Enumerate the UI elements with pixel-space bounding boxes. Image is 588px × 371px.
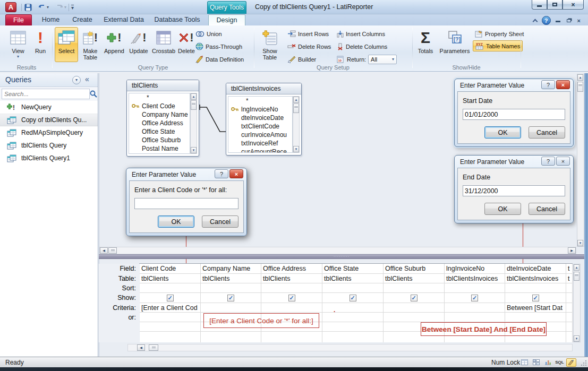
field-cell[interactable]: t — [566, 264, 572, 274]
parameter-dialog-client-code[interactable]: Enter Parameter Value ? × Enter a Client… — [126, 168, 247, 236]
parameter-input[interactable] — [463, 185, 565, 196]
undo-icon[interactable] — [38, 4, 46, 11]
field-cell[interactable]: lngInvoiceNo — [445, 264, 505, 274]
design-vscrollbar[interactable]: ▲ ▼ — [577, 74, 584, 247]
show-cell[interactable]: ✓ — [140, 293, 200, 303]
nav-menu-icon[interactable]: ▾ — [72, 76, 81, 84]
resize-grip[interactable] — [581, 360, 587, 366]
sort-cell[interactable] — [322, 283, 383, 293]
field-cell[interactable]: Company Name — [201, 264, 261, 274]
doc-close-icon[interactable]: × — [577, 18, 581, 24]
field-item[interactable]: Company Name — [129, 110, 190, 119]
or-cell[interactable] — [505, 313, 566, 322]
or-cell[interactable] — [322, 313, 383, 322]
grid-hscrollbar[interactable]: ◀ — [127, 344, 573, 351]
table-cell[interactable]: tblClients — [261, 274, 322, 283]
scroll-up-icon[interactable]: ▲ — [293, 97, 299, 103]
return-select[interactable]: All ▾ — [368, 55, 397, 64]
table-cell[interactable]: tblClients — [384, 274, 444, 283]
scroll-left-icon[interactable]: ◀ — [100, 247, 108, 254]
criteria-cell[interactable] — [322, 303, 383, 313]
scroll-up-icon[interactable]: ▲ — [577, 74, 583, 81]
parameter-input[interactable] — [463, 109, 565, 120]
shutter-bar-icon[interactable]: « — [85, 75, 89, 83]
table-cell[interactable]: tblClients — [322, 274, 383, 283]
app-icon[interactable]: A — [5, 2, 16, 12]
customize-qat-icon[interactable]: ▾ — [71, 5, 74, 10]
ok-button[interactable]: OK — [484, 126, 521, 139]
design-view-button[interactable] — [566, 358, 576, 367]
or-cell[interactable] — [445, 313, 505, 322]
table-cell[interactable]: tblClients — [140, 274, 200, 283]
view-button[interactable]: View ▾ — [6, 27, 30, 62]
help-icon[interactable]: ? — [542, 16, 551, 25]
show-cell[interactable]: ✓ — [445, 293, 505, 303]
grid-column-company-name[interactable]: Company Name tblClients ✓ — [201, 264, 261, 342]
dialog-titlebar[interactable]: Enter Parameter Value ? × — [455, 156, 573, 168]
parameter-dialog-end-date[interactable]: Enter Parameter Value ? × End Date OK Ca… — [454, 155, 574, 223]
field-item[interactable]: lngInvoiceNo — [228, 105, 292, 114]
table-names-button[interactable]: XYZ Table Names — [473, 40, 523, 51]
field-item[interactable]: curInvoiceAmou — [228, 131, 292, 139]
pivottable-view-button[interactable] — [531, 358, 541, 367]
grid-vscrollbar[interactable]: ▲ ▼ — [573, 264, 581, 342]
parameter-input[interactable] — [134, 198, 238, 209]
or-cell[interactable] — [384, 313, 444, 322]
grid-column-client-code[interactable]: Client Code tblClients ✓ [Enter a Client… — [140, 264, 201, 342]
scroll-up-icon[interactable]: ▲ — [574, 264, 580, 271]
delete-rows-button[interactable]: Delete Rows — [287, 41, 331, 52]
dialog-help-icon[interactable]: ? — [541, 80, 555, 89]
close-button[interactable]: × — [563, 0, 584, 10]
sort-cell[interactable] — [445, 283, 505, 293]
dialog-titlebar[interactable]: Enter Parameter Value ? × — [126, 168, 246, 180]
scroll-down-icon[interactable]: ▼ — [574, 335, 580, 342]
sort-cell[interactable] — [201, 283, 261, 293]
insert-rows-button[interactable]: Insert Rows — [287, 28, 329, 39]
field-list-scrollbar[interactable]: ▲ ▼ — [293, 96, 300, 153]
table-name[interactable]: tblClients — [127, 80, 199, 91]
field-cell[interactable]: dteInvoiceDate — [505, 264, 566, 274]
table-cell[interactable]: t — [566, 274, 572, 283]
cancel-button[interactable]: Cancel — [529, 126, 565, 139]
search-icon[interactable] — [90, 90, 97, 98]
criteria-cell[interactable] — [445, 303, 505, 313]
criteria-cell[interactable] — [201, 303, 261, 313]
criteria-cell[interactable]: [Enter a Client Cod — [140, 303, 200, 313]
doc-minimize-icon[interactable] — [556, 21, 560, 22]
union-button[interactable]: Union — [195, 28, 222, 39]
property-sheet-button[interactable]: Property Sheet — [475, 28, 524, 39]
undo-dropdown-icon[interactable]: ▾ — [47, 5, 49, 10]
field-cell[interactable]: Office State — [322, 264, 383, 274]
make-table-button[interactable]: ! Make Table — [80, 27, 101, 62]
show-checkbox[interactable]: ✓ — [350, 295, 356, 301]
minimize-button[interactable] — [532, 0, 547, 10]
tab-external-data[interactable]: External Data — [100, 14, 148, 25]
scroll-right-icon[interactable]: ▶ — [568, 247, 576, 254]
update-button[interactable]: ! Update — [127, 27, 150, 62]
sql-view-button[interactable]: SQL — [555, 358, 565, 367]
dialog-close-icon[interactable]: × — [229, 169, 243, 178]
design-hscrollbar[interactable]: ◀ ▶ — [99, 247, 576, 254]
pivotchart-view-button[interactable] — [543, 358, 553, 367]
field-item[interactable]: curAmountRece — [228, 148, 292, 153]
ok-button[interactable]: OK — [158, 215, 194, 228]
select-query-button[interactable]: Select — [55, 27, 78, 62]
tab-home[interactable]: Home — [36, 14, 65, 25]
crosstab-button[interactable]: Crosstab — [151, 27, 176, 62]
table-cell[interactable]: tblClients — [201, 274, 261, 283]
field-list-tblclientsinvoices[interactable]: tblClientsInvoices * lngInvoiceNo dteInv… — [226, 83, 302, 156]
field-list-tblclients[interactable]: tblClients * Client Code Company Name Of… — [126, 80, 199, 157]
tab-create[interactable]: Create — [67, 14, 98, 25]
or-cell[interactable] — [140, 313, 200, 322]
field-cell[interactable]: Office Suburb — [384, 264, 444, 274]
dialog-help-icon[interactable]: ? — [215, 169, 228, 178]
nav-item-redmapsimplequery[interactable]: RedMApSimpleQuery — [0, 126, 98, 139]
search-input[interactable] — [2, 89, 90, 99]
show-checkbox[interactable]: ✓ — [227, 295, 234, 301]
show-cell[interactable]: ✓ — [505, 293, 566, 303]
criteria-cell[interactable] — [384, 303, 444, 313]
nav-item-copy-of-tblclients[interactable]: Copy of tblClients Qu... — [0, 114, 98, 126]
sort-cell[interactable] — [261, 283, 322, 293]
table-name[interactable]: tblClientsInvoices — [226, 83, 301, 94]
field-item[interactable]: Office Suburb — [129, 136, 190, 144]
